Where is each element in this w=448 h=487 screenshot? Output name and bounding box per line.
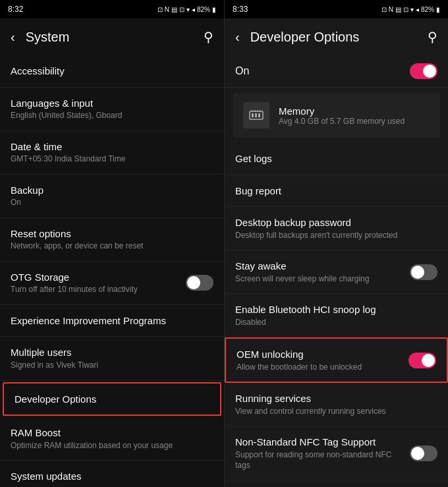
oem-unlock-toggle[interactable] bbox=[408, 353, 436, 368]
left-top-bar: ‹ System ⚲ bbox=[0, 18, 224, 55]
right-back-button[interactable]: ‹ bbox=[235, 30, 240, 45]
memory-subtitle: Avg 4.0 GB of 5.7 GB memory used bbox=[279, 117, 405, 126]
setting-oem-unlocking[interactable]: OEM unlocking Allow the bootloader to be… bbox=[225, 337, 448, 383]
setting-bluetooth-hci[interactable]: Enable Bluetooth HCI snoop log Disabled bbox=[225, 294, 448, 337]
right-screen-title: Developer Options bbox=[250, 30, 417, 45]
setting-stayawake[interactable]: Stay awake Screen will never sleep while… bbox=[225, 250, 448, 294]
setting-webview[interactable]: WebView implementation Android System We… bbox=[225, 480, 448, 487]
setting-otg[interactable]: OTG Storage Turn off after 10 minutes of… bbox=[0, 262, 224, 305]
setting-languages[interactable]: Languages & input English (United States… bbox=[0, 88, 224, 131]
right-time: 8:33 bbox=[233, 5, 248, 14]
left-screen-title: System bbox=[26, 30, 193, 45]
svg-rect-1 bbox=[252, 113, 254, 117]
svg-rect-3 bbox=[258, 113, 260, 117]
setting-datetime[interactable]: Date & time GMT+05:30 India Standard Tim… bbox=[0, 131, 224, 175]
right-top-bar: ‹ Developer Options ⚲ bbox=[225, 18, 448, 55]
left-status-icons: ⊡ N ▤ ⊡ ▾ ◂ 82% ▮ bbox=[157, 6, 216, 13]
setting-running-services[interactable]: Running services View and control curren… bbox=[225, 383, 448, 426]
left-back-button[interactable]: ‹ bbox=[11, 30, 15, 45]
left-search-icon[interactable]: ⚲ bbox=[204, 29, 213, 45]
setting-getlogs[interactable]: Get logs bbox=[225, 143, 448, 175]
setting-reset[interactable]: Reset options Network, apps, or device c… bbox=[0, 218, 224, 262]
setting-ramboost[interactable]: RAM Boost Optimize RAM utilization based… bbox=[0, 417, 224, 461]
memory-info: Memory Avg 4.0 GB of 5.7 GB memory used bbox=[279, 105, 405, 126]
left-settings-list: Accessibility Languages & input English … bbox=[0, 55, 224, 487]
on-label: On bbox=[235, 65, 249, 77]
on-toggle-row[interactable]: On bbox=[225, 55, 448, 88]
setting-multiusers[interactable]: Multiple users Signed in as Vivek Tiwari bbox=[0, 337, 224, 380]
setting-updates[interactable]: System updates bbox=[0, 461, 224, 487]
left-time: 8:32 bbox=[8, 5, 23, 14]
right-panel: 8:33 ⊡ N ▤ ⊡ ▾ ◂ 82% ▮ ‹ Developer Optio… bbox=[224, 0, 448, 487]
setting-backup[interactable]: Backup On bbox=[0, 175, 224, 218]
left-status-bar: 8:32 ⊡ N ▤ ⊡ ▾ ◂ 82% ▮ bbox=[0, 0, 224, 18]
right-status-bar: 8:33 ⊡ N ▤ ⊡ ▾ ◂ 82% ▮ bbox=[225, 0, 448, 18]
setting-bugreport[interactable]: Bug report bbox=[225, 175, 448, 208]
right-settings-list: Get logs Bug report Desktop backup passw… bbox=[225, 143, 448, 487]
right-search-icon[interactable]: ⚲ bbox=[428, 29, 437, 45]
setting-nfc-tag[interactable]: Non-Standard NFC Tag Support Support for… bbox=[225, 426, 448, 480]
memory-icon bbox=[243, 102, 269, 129]
nfc-toggle[interactable] bbox=[410, 445, 437, 461]
setting-experience[interactable]: Experience Improvement Programs bbox=[0, 305, 224, 337]
dev-options-master-toggle[interactable] bbox=[410, 63, 437, 79]
memory-title: Memory bbox=[279, 105, 405, 117]
setting-accessibility[interactable]: Accessibility bbox=[0, 55, 224, 88]
setting-developer-options[interactable]: Developer Options bbox=[3, 382, 221, 416]
left-panel: 8:32 ⊡ N ▤ ⊡ ▾ ◂ 82% ▮ ‹ System ⚲ Access… bbox=[0, 0, 224, 487]
setting-desktopbackup[interactable]: Desktop backup password Desktop full bac… bbox=[225, 207, 448, 250]
stayawake-toggle[interactable] bbox=[410, 264, 437, 280]
memory-card[interactable]: Memory Avg 4.0 GB of 5.7 GB memory used bbox=[233, 93, 440, 138]
svg-rect-2 bbox=[255, 113, 257, 117]
right-status-icons: ⊡ N ▤ ⊡ ▾ ◂ 82% ▮ bbox=[381, 6, 440, 13]
otg-toggle[interactable] bbox=[186, 275, 213, 291]
